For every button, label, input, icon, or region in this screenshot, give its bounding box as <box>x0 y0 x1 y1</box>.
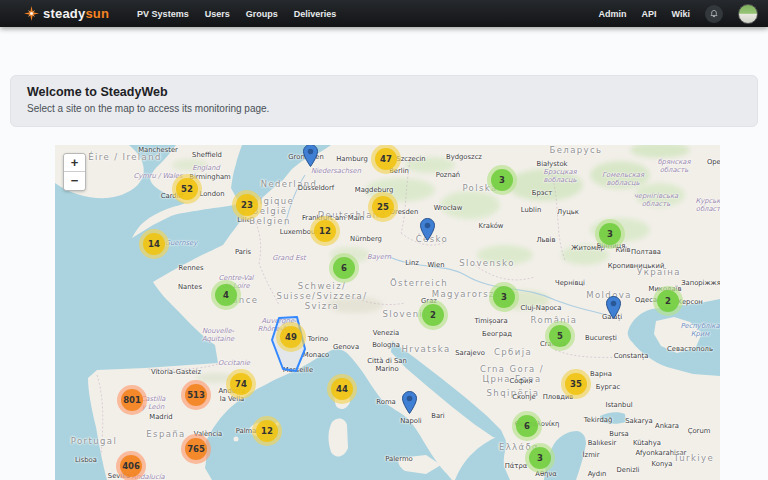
secondary-nav-links: AdminAPIWiki <box>599 9 690 19</box>
site-pin-marker[interactable] <box>402 391 417 418</box>
pin-icon <box>420 218 435 241</box>
cluster-count: 3 <box>599 223 621 245</box>
brand-logo[interactable]: steadysun <box>24 6 109 21</box>
pin-icon <box>606 296 621 319</box>
nav-item-groups[interactable]: Groups <box>246 9 278 19</box>
cluster-count: 52 <box>176 178 198 200</box>
cluster-marker[interactable]: 5 <box>545 321 575 351</box>
page-subtitle: Select a site on the map to access its m… <box>27 103 741 114</box>
cluster-marker[interactable]: 3 <box>525 443 555 473</box>
cluster-marker[interactable]: 47 <box>371 145 401 174</box>
cluster-marker[interactable]: 14 <box>139 229 169 259</box>
cluster-count: 4 <box>215 284 237 306</box>
cluster-count: 406 <box>120 455 142 477</box>
cluster-count: 74 <box>230 373 252 395</box>
cluster-count: 49 <box>280 326 302 348</box>
site-pin-marker[interactable] <box>420 218 435 245</box>
top-navbar: steadysun PV SystemsUsersGroupsDeliverie… <box>0 0 768 27</box>
map-container[interactable]: ManchesterSheffieldBirminghamCardiffLond… <box>55 145 720 480</box>
user-avatar[interactable] <box>738 4 758 24</box>
sun-star-icon <box>24 6 39 21</box>
nav-item-users[interactable]: Users <box>205 9 230 19</box>
cluster-count: 47 <box>375 148 397 170</box>
cluster-count: 14 <box>143 233 165 255</box>
app-window: steadysun PV SystemsUsersGroupsDeliverie… <box>0 0 768 480</box>
cluster-marker[interactable]: 801 <box>117 385 147 415</box>
cluster-count: 12 <box>314 220 336 242</box>
cluster-marker[interactable]: 4 <box>211 280 241 310</box>
site-pin-marker[interactable] <box>303 145 318 171</box>
cluster-marker[interactable]: 406 <box>116 451 146 480</box>
cluster-marker[interactable]: 6 <box>329 253 359 283</box>
pin-icon <box>303 145 318 167</box>
cluster-marker[interactable]: 49 <box>276 322 306 352</box>
brand-name: steadysun <box>43 6 109 21</box>
cluster-marker[interactable]: 25 <box>368 192 398 222</box>
secondary-nav: AdminAPIWiki <box>599 4 758 24</box>
bell-icon <box>709 9 719 19</box>
welcome-panel: Welcome to SteadyWeb Select a site on th… <box>10 75 758 127</box>
cluster-marker[interactable]: 513 <box>181 380 211 410</box>
cluster-count: 44 <box>331 378 353 400</box>
cluster-count: 2 <box>657 290 679 312</box>
cluster-marker[interactable]: 3 <box>595 219 625 249</box>
nav-item-wiki[interactable]: Wiki <box>672 9 690 19</box>
cluster-marker[interactable]: 12 <box>252 416 282 446</box>
notifications-button[interactable] <box>705 5 723 23</box>
cluster-marker[interactable]: 12 <box>310 216 340 246</box>
cluster-count: 25 <box>372 196 394 218</box>
cluster-count: 765 <box>185 438 207 460</box>
cluster-count: 3 <box>493 286 515 308</box>
cluster-count: 3 <box>529 447 551 469</box>
cluster-marker[interactable]: 3 <box>489 282 519 312</box>
cluster-marker[interactable]: 2 <box>418 300 448 330</box>
cluster-count: 3 <box>491 169 513 191</box>
primary-nav: PV SystemsUsersGroupsDeliveries <box>137 9 336 19</box>
cluster-count: 6 <box>516 415 538 437</box>
nav-item-admin[interactable]: Admin <box>599 9 627 19</box>
nav-item-pv-systems[interactable]: PV Systems <box>137 9 189 19</box>
nav-item-deliveries[interactable]: Deliveries <box>294 9 337 19</box>
cluster-marker[interactable]: 765 <box>181 434 211 464</box>
cluster-marker[interactable]: 2 <box>653 286 683 316</box>
cluster-marker[interactable]: 3 <box>487 165 517 195</box>
cluster-count: 2 <box>422 304 444 326</box>
page-title: Welcome to SteadyWeb <box>27 85 741 99</box>
nav-item-api[interactable]: API <box>642 9 657 19</box>
cluster-count: 6 <box>333 257 355 279</box>
cluster-count: 12 <box>256 420 278 442</box>
cluster-marker[interactable]: 35 <box>561 369 591 399</box>
cluster-count: 801 <box>121 389 143 411</box>
cluster-marker[interactable]: 44 <box>327 374 357 404</box>
cluster-count: 35 <box>565 373 587 395</box>
cluster-count: 513 <box>185 384 207 406</box>
cluster-marker[interactable]: 6 <box>512 411 542 441</box>
map-zoom-control: + − <box>63 153 86 191</box>
cluster-marker[interactable]: 74 <box>226 369 256 399</box>
cluster-marker[interactable]: 23 <box>232 190 262 220</box>
site-pin-marker[interactable] <box>606 296 621 323</box>
cluster-count: 5 <box>549 325 571 347</box>
map-zoom-in-button[interactable]: + <box>64 154 85 172</box>
cluster-marker[interactable]: 52 <box>172 174 202 204</box>
cluster-count: 23 <box>236 194 258 216</box>
pin-icon <box>402 391 417 414</box>
map-zoom-out-button[interactable]: − <box>64 172 85 190</box>
